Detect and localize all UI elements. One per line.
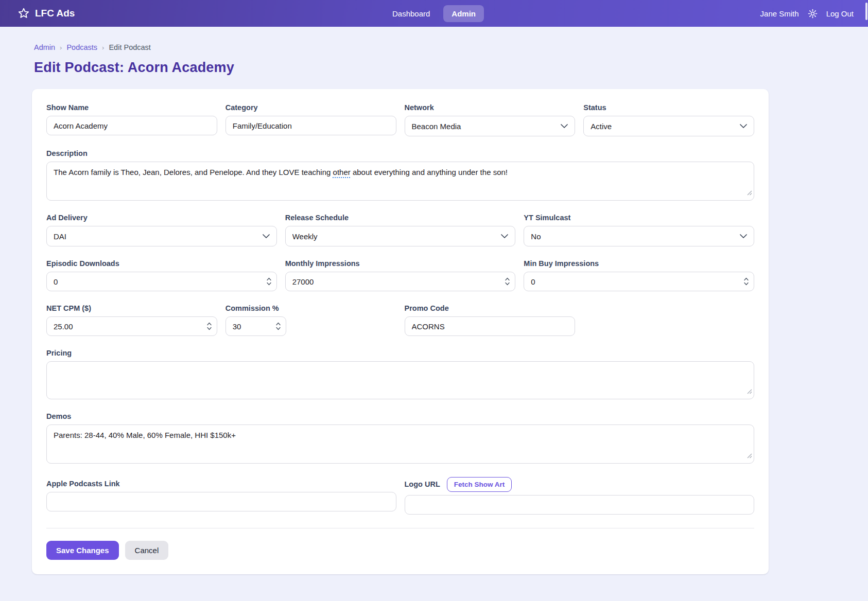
release-schedule-label: Release Schedule: [285, 214, 516, 222]
fetch-show-art-button[interactable]: Fetch Show Art: [447, 477, 512, 492]
field-release-schedule: Release Schedule Weekly: [285, 214, 516, 246]
net-cpm-input[interactable]: [46, 316, 217, 336]
main-nav: Dashboard Admin: [341, 5, 527, 22]
page-title: Edit Podcast: Acorn Academy: [32, 60, 769, 76]
episodic-downloads-input[interactable]: [46, 272, 277, 291]
logo-url-label: Logo URL: [405, 480, 440, 488]
number-stepper-icon[interactable]: [505, 278, 510, 286]
demos-label: Demos: [46, 412, 754, 420]
field-description: Description The Acorn family is Theo, Je…: [46, 149, 754, 201]
empty-cell: [583, 304, 754, 336]
field-episodic-downloads: Episodic Downloads: [46, 259, 277, 291]
category-input[interactable]: [225, 116, 396, 135]
resize-grip-icon[interactable]: [747, 187, 752, 199]
monthly-impressions-input[interactable]: [285, 272, 516, 291]
logo-url-input[interactable]: [405, 495, 755, 515]
min-buy-impressions-label: Min Buy Impressions: [524, 259, 754, 268]
pricing-textarea[interactable]: [46, 361, 754, 399]
ad-delivery-select[interactable]: DAI: [46, 226, 277, 246]
description-text: The Acorn family is Theo, Jean, Delores,…: [54, 168, 333, 176]
form-divider: [46, 528, 754, 528]
field-net-cpm: NET CPM ($): [46, 304, 217, 336]
field-apple-link: Apple Podcasts Link: [46, 476, 396, 511]
network-select[interactable]: Beacon Media: [405, 116, 576, 136]
nav-item-dashboard[interactable]: Dashboard: [384, 5, 438, 22]
description-label: Description: [46, 149, 754, 157]
field-network: Network Beacon Media: [405, 103, 576, 136]
scrollbar-thumb[interactable]: [865, 3, 867, 20]
breadcrumb-podcasts[interactable]: Podcasts: [66, 43, 97, 51]
field-promo-code: Promo Code: [405, 304, 576, 336]
number-stepper-icon[interactable]: [207, 323, 212, 330]
field-commission: Commission %: [225, 304, 396, 336]
edit-podcast-form-card: Show Name Category Network Beacon Media: [32, 89, 769, 574]
monthly-impressions-label: Monthly Impressions: [285, 259, 516, 268]
description-text: about everything and anything under the …: [351, 168, 508, 176]
brand[interactable]: LFC Ads: [18, 7, 75, 20]
apple-link-label: Apple Podcasts Link: [46, 480, 396, 488]
logout-button[interactable]: Log Out: [826, 5, 854, 22]
yt-simulcast-label: YT Simulcast: [524, 214, 754, 222]
field-ad-delivery: Ad Delivery DAI: [46, 214, 277, 246]
category-label: Category: [225, 103, 396, 112]
resize-grip-icon[interactable]: [747, 450, 752, 462]
field-status: Status Active: [583, 103, 754, 136]
breadcrumb-separator: ›: [102, 44, 104, 51]
settings-gear-icon[interactable]: [808, 9, 818, 19]
cancel-button[interactable]: Cancel: [125, 541, 169, 560]
status-select[interactable]: Active: [583, 116, 754, 136]
form-actions: Save Changes Cancel: [46, 541, 754, 560]
commission-label: Commission %: [225, 304, 396, 312]
brand-name: LFC Ads: [35, 8, 75, 19]
number-stepper-icon[interactable]: [744, 278, 749, 286]
breadcrumb-current: Edit Podcast: [109, 43, 150, 51]
ad-delivery-label: Ad Delivery: [46, 214, 277, 222]
network-label: Network: [405, 103, 576, 112]
yt-simulcast-select[interactable]: No: [524, 226, 754, 246]
episodic-downloads-label: Episodic Downloads: [46, 259, 277, 268]
field-monthly-impressions: Monthly Impressions: [285, 259, 516, 291]
nav-item-admin[interactable]: Admin: [443, 5, 484, 22]
field-show-name: Show Name: [46, 103, 217, 136]
apple-link-input[interactable]: [46, 492, 396, 511]
breadcrumb-separator: ›: [60, 44, 62, 51]
top-navbar: LFC Ads Dashboard Admin Jane Smith: [0, 0, 868, 27]
field-min-buy-impressions: Min Buy Impressions: [524, 259, 754, 291]
net-cpm-label: NET CPM ($): [46, 304, 217, 312]
nav-user-area: Jane Smith Log Out: [760, 5, 854, 22]
show-name-label: Show Name: [46, 103, 217, 112]
release-schedule-select[interactable]: Weekly: [285, 226, 516, 246]
field-logo-url: Logo URL Fetch Show Art: [405, 476, 755, 515]
breadcrumb: Admin › Podcasts › Edit Podcast: [32, 43, 769, 51]
breadcrumb-admin[interactable]: Admin: [34, 43, 55, 51]
field-category: Category: [225, 103, 396, 136]
demos-text: Parents: 28-44, 40% Male, 60% Female, HH…: [54, 431, 236, 439]
number-stepper-icon[interactable]: [276, 323, 281, 330]
show-name-input[interactable]: [46, 116, 217, 135]
pricing-label: Pricing: [46, 349, 754, 357]
field-pricing: Pricing: [46, 349, 754, 399]
status-label: Status: [583, 103, 754, 112]
demos-textarea[interactable]: Parents: 28-44, 40% Male, 60% Female, HH…: [46, 425, 754, 464]
field-yt-simulcast: YT Simulcast No: [524, 214, 754, 246]
main-content: Admin › Podcasts › Edit Podcast Edit Pod…: [32, 43, 769, 574]
field-demos: Demos Parents: 28-44, 40% Male, 60% Fema…: [46, 412, 754, 464]
description-misspelled-word: other: [333, 168, 351, 176]
promo-code-input[interactable]: [405, 316, 576, 336]
resize-grip-icon[interactable]: [747, 386, 752, 397]
user-name: Jane Smith: [760, 9, 799, 18]
save-changes-button[interactable]: Save Changes: [46, 541, 119, 560]
min-buy-impressions-input[interactable]: [524, 272, 754, 291]
number-stepper-icon[interactable]: [267, 278, 271, 286]
promo-code-label: Promo Code: [405, 304, 576, 312]
star-logo-icon: [18, 7, 30, 20]
description-textarea[interactable]: The Acorn family is Theo, Jean, Delores,…: [46, 162, 754, 201]
